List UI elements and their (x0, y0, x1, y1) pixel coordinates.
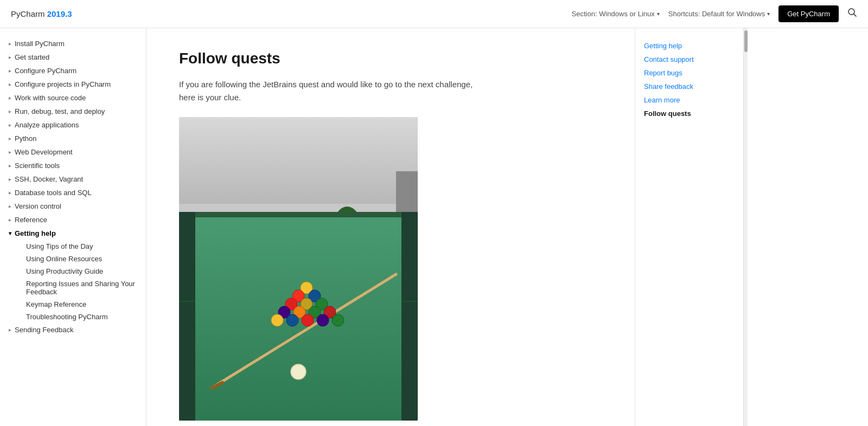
expand-icon: ▸ (9, 68, 11, 74)
page-title: Follow quests (179, 50, 602, 67)
svg-line-1 (854, 14, 857, 17)
layout: ▸Install PyCharm▸Get started▸Configure P… (0, 28, 868, 426)
sidebar-children-getting-help: Using Tips of the DayUsing Online Resour… (0, 240, 146, 323)
sidebar-item-configure-projects[interactable]: ▸Configure projects in PyCharm (0, 78, 146, 91)
svg-point-38 (302, 314, 314, 326)
scroll-indicator (743, 28, 748, 426)
sidebar-item-label: SSH, Docker, Vagrant (15, 175, 83, 183)
collapse-icon: ▾ (9, 230, 11, 236)
expand-icon: ▸ (9, 149, 11, 155)
expand-icon: ▸ (9, 163, 11, 169)
section-label: Section: Windows or Linux (572, 10, 655, 18)
expand-icon: ▸ (9, 217, 11, 223)
expand-icon: ▸ (9, 54, 11, 60)
svg-point-41 (291, 364, 306, 379)
sidebar-item-label: Configure projects in PyCharm (15, 80, 111, 88)
expand-icon: ▸ (9, 327, 11, 333)
expand-icon: ▸ (9, 135, 11, 141)
get-pycharm-button[interactable]: Get PyCharm (778, 5, 839, 22)
svg-marker-21 (179, 212, 195, 421)
main-content: Follow quests If you are following the J… (146, 28, 635, 426)
sidebar-item-label: Version control (15, 202, 61, 210)
sidebar-item-python[interactable]: ▸Python (0, 132, 146, 145)
shortcuts-label: Shortcuts: Default for Windows (668, 10, 765, 18)
sidebar-child-keymap-reference[interactable]: Keymap Reference (17, 298, 146, 311)
shortcuts-dropdown[interactable]: Shortcuts: Default for Windows ▾ (668, 10, 770, 18)
logo[interactable]: PyCharm 2019.3 (11, 9, 72, 18)
sidebar-child-reporting-issues[interactable]: Reporting Issues and Sharing Your Feedba… (17, 277, 146, 298)
expand-icon: ▸ (9, 81, 11, 87)
sidebar-item-label: Python (15, 134, 36, 143)
expand-icon: ▸ (9, 203, 11, 209)
sidebar-child-using-productivity[interactable]: Using Productivity Guide (17, 265, 146, 277)
sidebar-item-label: Sending Feedback (15, 326, 73, 334)
sidebar-item-analyze-apps[interactable]: ▸Analyze applications (0, 118, 146, 132)
right-panel-item-share-feedback[interactable]: Share feedback (644, 80, 735, 93)
svg-marker-20 (179, 212, 418, 217)
sidebar-item-get-started[interactable]: ▸Get started (0, 50, 146, 64)
expand-icon: ▸ (9, 108, 11, 114)
svg-marker-22 (401, 212, 418, 421)
sidebar-item-getting-help[interactable]: ▾Getting help (0, 227, 146, 240)
svg-point-40 (332, 314, 344, 326)
search-button[interactable] (847, 8, 857, 20)
right-panel-item-follow-quests[interactable]: Follow quests (644, 107, 735, 120)
sidebar-item-label: Get started (15, 53, 49, 61)
sidebar-item-label: Scientific tools (15, 162, 60, 170)
sidebar-item-configure-pycharm[interactable]: ▸Configure PyCharm (0, 64, 146, 78)
sidebar-item-scientific-tools[interactable]: ▸Scientific tools (0, 159, 146, 172)
sidebar-item-label: Run, debug, test, and deploy (15, 107, 105, 115)
sidebar-child-using-tips[interactable]: Using Tips of the Day (17, 240, 146, 253)
sidebar-item-label: Configure PyCharm (15, 67, 76, 75)
sidebar-item-label: Work with source code (15, 94, 86, 102)
right-panel: Getting helpContact supportReport bugsSh… (635, 28, 743, 426)
page-description: If you are following the JetBrains quest… (179, 78, 483, 104)
expand-icon: ▸ (9, 95, 11, 101)
svg-point-36 (271, 314, 283, 326)
sidebar-item-sending-feedback[interactable]: ▸Sending Feedback (0, 323, 146, 337)
svg-rect-7 (179, 117, 418, 204)
scroll-thumb[interactable] (744, 30, 748, 52)
sidebar-item-database-tools[interactable]: ▸Database tools and SQL (0, 186, 146, 199)
right-panel-item-getting-help[interactable]: Getting help (644, 39, 735, 53)
expand-icon: ▸ (9, 176, 11, 182)
sidebar-item-web-dev[interactable]: ▸Web Development (0, 145, 146, 159)
header-left: PyCharm 2019.3 (11, 9, 72, 18)
sidebar-child-troubleshooting[interactable]: Troubleshooting PyCharm (17, 311, 146, 323)
search-icon (847, 8, 857, 17)
sidebar-item-ssh-docker[interactable]: ▸SSH, Docker, Vagrant (0, 172, 146, 186)
right-panel-item-report-bugs[interactable]: Report bugs (644, 66, 735, 80)
sidebar-item-label: Reference (15, 216, 47, 224)
header-right: Section: Windows or Linux ▾ Shortcuts: D… (572, 5, 857, 22)
sidebar-item-label: Install PyCharm (15, 40, 65, 48)
right-panel-item-contact-support[interactable]: Contact support (644, 53, 735, 66)
sidebar-item-label: Database tools and SQL (15, 189, 92, 197)
sidebar-item-version-control[interactable]: ▸Version control (0, 199, 146, 213)
sidebar: ▸Install PyCharm▸Get started▸Configure P… (0, 28, 146, 426)
sidebar-item-label: Getting help (15, 229, 56, 237)
section-chevron-icon: ▾ (657, 11, 660, 17)
header: PyCharm 2019.3 Section: Windows or Linux… (0, 0, 868, 28)
sidebar-item-reference[interactable]: ▸Reference (0, 213, 146, 227)
sidebar-item-install-pycharm[interactable]: ▸Install PyCharm (0, 37, 146, 50)
shortcuts-chevron-icon: ▾ (767, 11, 770, 17)
svg-point-39 (317, 314, 329, 326)
sidebar-item-work-with-source[interactable]: ▸Work with source code (0, 91, 146, 105)
sidebar-item-run-debug[interactable]: ▸Run, debug, test, and deploy (0, 105, 146, 118)
expand-icon: ▸ (9, 122, 11, 128)
sidebar-child-using-online[interactable]: Using Online Resources (17, 253, 146, 265)
sidebar-item-label: Analyze applications (15, 121, 79, 129)
billiard-image: YT MPS-31816 (179, 117, 418, 421)
svg-point-37 (286, 314, 298, 326)
right-panel-item-learn-more[interactable]: Learn more (644, 93, 735, 107)
section-dropdown[interactable]: Section: Windows or Linux ▾ (572, 10, 660, 18)
expand-icon: ▸ (9, 41, 11, 47)
expand-icon: ▸ (9, 190, 11, 196)
sidebar-item-label: Web Development (15, 148, 73, 156)
